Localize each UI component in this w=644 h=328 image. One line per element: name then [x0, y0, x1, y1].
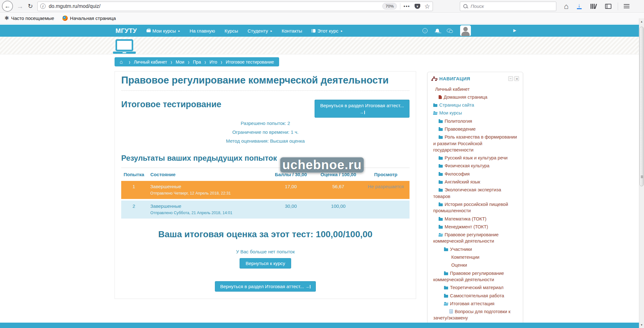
attempt-marks: 17,00: [267, 184, 315, 189]
attempt-grade: 100,00: [315, 203, 362, 209]
navigation-tree-item[interactable]: Оценки: [431, 261, 519, 269]
page-icon: [449, 309, 453, 313]
breadcrumb-item[interactable]: › Ито: [201, 59, 217, 65]
quiz-title: Итоговое тестирование: [121, 100, 221, 109]
navbar-expand-arrow[interactable]: ▶: [513, 28, 516, 33]
navigation-tree-item[interactable]: Домашняя страница: [431, 93, 519, 101]
browser-toolbar: ← → ↻ i 70% ••• ∨ ☆ ⌂: [0, 0, 644, 13]
navigation-tree-item[interactable]: Страницы сайта: [431, 101, 519, 109]
header-band: [0, 37, 639, 54]
search-box[interactable]: [460, 2, 556, 11]
return-to-section-button-bottom[interactable]: Вернуться в раздел Итоговая аттест... →: [215, 281, 316, 292]
messages-icon[interactable]: [447, 29, 453, 33]
navigation-tree-item[interactable]: Теоретический материал: [431, 284, 519, 292]
site-info-icon[interactable]: i: [40, 3, 46, 9]
navigation-tree-item[interactable]: Правоведение: [431, 125, 519, 133]
pocket-icon[interactable]: ∨: [415, 4, 420, 9]
gear-icon: ✱: [4, 15, 9, 21]
folder-icon: [439, 218, 443, 221]
nav-courses[interactable]: Курсы: [224, 28, 238, 34]
breadcrumb-item[interactable]: › Итоговое тестирование: [217, 59, 274, 65]
navigation-tree-item[interactable]: Правовое регулирование коммерческой деят…: [431, 269, 519, 284]
zoom-level-badge[interactable]: 70%: [382, 3, 397, 9]
breadcrumb-label: Ито: [209, 59, 217, 65]
navigation-tree-item[interactable]: Философия: [431, 170, 519, 178]
navigation-tree-item[interactable]: Компетенции: [431, 253, 519, 261]
collapse-block-icon[interactable]: −: [508, 76, 513, 81]
folder-open-icon: [444, 303, 448, 306]
notifications-bell-icon[interactable]: [435, 29, 439, 33]
attempt-marks: 30,00: [267, 203, 315, 209]
page-scrollbar[interactable]: ▲ ▼: [639, 18, 644, 328]
folder-icon: [439, 157, 443, 160]
final-grade: Ваша итоговая оценка за этот тест: 100,0…: [121, 229, 410, 239]
navigation-tree-item[interactable]: Самостоятельная работа: [431, 292, 519, 300]
bookmark-frequent[interactable]: ✱ Часто посещаемые: [4, 15, 54, 21]
circle-arrow-icon[interactable]: ↓: [422, 28, 428, 33]
breadcrumb-item[interactable]: › Пра: [184, 59, 201, 65]
user-avatar[interactable]: [460, 25, 471, 36]
main-content: Правовое регулирование коммерческой деят…: [115, 71, 416, 299]
nav-this-course[interactable]: Этот курс ▸: [312, 28, 342, 34]
navigation-tree-item[interactable]: Английский язык: [431, 178, 519, 186]
navigation-tree-item[interactable]: Правовое регулирование коммерческой деят…: [431, 231, 519, 245]
quiz-info-line: Метод оценивания: Высшая оценка: [121, 137, 410, 145]
navigation-tree-item[interactable]: Роль казачества в формировании и развити…: [431, 133, 519, 154]
nav-contacts[interactable]: Контакты: [282, 28, 302, 34]
url-bar[interactable]: i 70% ••• ∨ ☆: [37, 2, 433, 11]
navigation-tree-item[interactable]: Математика (ТОКТ): [431, 215, 519, 223]
navigation-block: НАВИГАЦИЯ − ◂ Личный кабинет Домашняя ст…: [427, 72, 523, 328]
chevron-separator-icon: ›: [204, 58, 206, 66]
attempt-review: Не разрешается: [362, 184, 410, 189]
nav-student[interactable]: Студенту ▸: [247, 28, 272, 34]
bookmark-home[interactable]: Начальная страница: [62, 15, 116, 21]
scrollbar-thumb[interactable]: [640, 27, 644, 186]
bookmark-star-icon[interactable]: ☆: [424, 3, 430, 9]
tree-item-label: Домашняя страница: [444, 95, 487, 100]
nav-to-home[interactable]: На главную: [190, 28, 215, 34]
forward-button[interactable]: →: [17, 3, 23, 9]
brand-logo[interactable]: МГУТУ: [116, 27, 137, 34]
navigation-tree-item[interactable]: Участники: [431, 245, 519, 253]
navigation-tree-item[interactable]: Русский язык и культура речи: [431, 154, 519, 162]
navigation-tree-item[interactable]: Экологическая экспертиза товаров: [431, 186, 519, 201]
navigation-tree-item[interactable]: История российской пищевой промышленност…: [431, 200, 519, 215]
navigation-tree-item[interactable]: Физическая культура: [431, 162, 519, 170]
sitemap-icon: [431, 77, 437, 81]
attempt-number: 1: [121, 184, 147, 189]
navigation-tree-item[interactable]: Личный кабинет: [431, 85, 519, 93]
navigation-tree-item[interactable]: Вопросы для подготовки к зачету/экзамену: [431, 308, 519, 322]
dock-block-icon[interactable]: ◂: [514, 76, 519, 81]
tree-item-label: Правовое регулирование коммерческой деят…: [433, 232, 499, 244]
column-header-review: Просмотр: [362, 172, 410, 177]
back-button[interactable]: ←: [2, 1, 13, 12]
navigation-tree-item[interactable]: Менеджмент (ТОКТ): [431, 223, 519, 231]
navigation-tree-item[interactable]: Политология: [431, 117, 519, 125]
attempt-number: 2: [121, 203, 147, 209]
return-to-section-button-top[interactable]: Вернуться в раздел Итоговая аттест... →: [315, 100, 410, 118]
home-icon[interactable]: ⌂: [120, 59, 123, 65]
url-input[interactable]: [49, 3, 382, 9]
nav-my-courses[interactable]: Мои курсы ▸: [147, 28, 180, 34]
library-icon[interactable]: [591, 4, 597, 9]
breadcrumb-item[interactable]: › Мои: [167, 59, 184, 65]
search-input[interactable]: [471, 3, 553, 9]
reload-button[interactable]: ↻: [28, 3, 33, 9]
navigation-tree-item[interactable]: Итоговая аттестация: [431, 300, 519, 307]
folder-icon: [439, 181, 443, 184]
site-logo-laptop-icon[interactable]: [116, 39, 133, 51]
sidebar-toggle-icon[interactable]: [605, 4, 611, 9]
home-button[interactable]: ⌂: [564, 3, 569, 10]
scroll-up-arrow[interactable]: ▲: [639, 19, 644, 24]
watermark: uchebnoe.ru: [280, 157, 364, 173]
page-actions-icon[interactable]: •••: [403, 4, 410, 9]
navigation-tree-item[interactable]: Мои курсы: [431, 109, 519, 117]
navigation-tree: Личный кабинет Домашняя страница Страниц…: [431, 85, 519, 328]
tree-item-label: Личный кабинет: [435, 87, 470, 92]
breadcrumb-item[interactable]: › Личный кабинет: [125, 59, 167, 65]
scroll-down-arrow[interactable]: ▼: [639, 322, 644, 328]
back-to-course-button[interactable]: Вернуться к курсу: [240, 258, 291, 269]
menu-icon[interactable]: [624, 4, 629, 9]
downloads-icon[interactable]: [577, 3, 582, 9]
attempt-state: Завершенные Отправлено Суббота, 21 Апрел…: [147, 203, 267, 215]
